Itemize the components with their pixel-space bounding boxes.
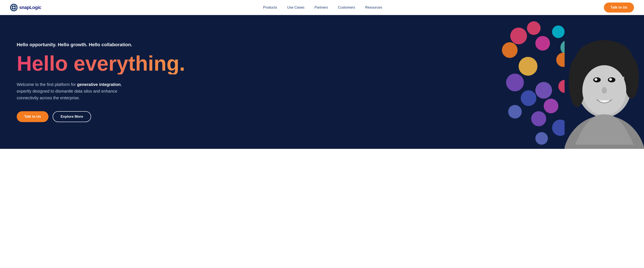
- navbar-cta-button[interactable]: Talk to Us: [604, 2, 634, 12]
- hero-heading: Hello everything.: [17, 52, 352, 74]
- navbar: snapLogic Products Use Cases Partners Cu…: [0, 0, 644, 15]
- bubble-3: [527, 21, 540, 35]
- hero-buttons: Talk to Us Explore More: [17, 111, 352, 122]
- bubble-2: [519, 57, 538, 76]
- bubble-9: [544, 99, 558, 113]
- bubble-19: [535, 132, 548, 145]
- svg-point-19: [602, 87, 607, 94]
- nav-item-partners[interactable]: Partners: [314, 6, 328, 10]
- bubble-1: [502, 42, 518, 58]
- hero-visual: [322, 15, 644, 149]
- hero-section: Hello opportunity. Hello growth. Hello c…: [0, 15, 644, 149]
- bubble-6: [521, 90, 536, 106]
- bubble-10: [552, 26, 564, 38]
- hero-cta-primary[interactable]: Talk to Us: [17, 111, 48, 122]
- nav-item-use-cases[interactable]: Use Cases: [287, 6, 304, 10]
- nav-links: Products Use Cases Partners Customers Re…: [263, 6, 382, 10]
- svg-point-13: [624, 57, 639, 99]
- svg-point-2: [13, 7, 15, 8]
- svg-point-12: [569, 57, 586, 107]
- hero-cta-secondary[interactable]: Explore More: [53, 111, 91, 122]
- svg-point-18: [609, 78, 612, 81]
- bubble-0: [510, 28, 527, 44]
- bubble-17: [531, 111, 546, 126]
- nav-item-products[interactable]: Products: [263, 6, 277, 10]
- snaplogic-logo-icon: [10, 4, 18, 11]
- hero-description: Welcome to the first platform for genera…: [17, 81, 134, 101]
- logo[interactable]: snapLogic: [10, 4, 41, 11]
- person-image: [564, 15, 644, 149]
- logo-text: snapLogic: [19, 5, 41, 10]
- person-svg: [564, 15, 644, 149]
- nav-item-customers[interactable]: Customers: [338, 6, 355, 10]
- nav-item-resources[interactable]: Resources: [365, 6, 382, 10]
- hero-content: Hello opportunity. Hello growth. Hello c…: [17, 42, 352, 122]
- bubble-5: [506, 74, 524, 91]
- svg-point-17: [594, 78, 598, 81]
- bubble-7: [508, 105, 522, 118]
- hero-description-bold: generative integration: [77, 82, 121, 87]
- bubble-4: [535, 36, 550, 50]
- hero-description-plain: Welcome to the first platform for: [17, 82, 77, 87]
- hero-tagline: Hello opportunity. Hello growth. Hello c…: [17, 42, 352, 48]
- bubble-8: [535, 82, 552, 99]
